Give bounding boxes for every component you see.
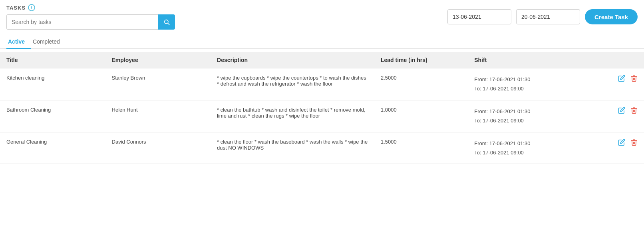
edit-icon[interactable] — [618, 140, 627, 148]
task-table: Title Employee Description Lead time (in… — [0, 52, 644, 164]
shift-from: From: 17-06-2021 01:30 — [474, 75, 590, 84]
date-to-input[interactable] — [516, 9, 580, 24]
cell-shift: From: 17-06-2021 01:30 To: 17-06-2021 09… — [468, 68, 596, 100]
tasks-title-row: TASKS i — [6, 4, 175, 11]
col-header-shift: Shift — [468, 52, 596, 68]
tab-active[interactable]: Active — [6, 35, 31, 49]
col-header-description: Description — [211, 52, 374, 68]
tasks-label: TASKS — [6, 5, 26, 11]
date-from-input[interactable] — [447, 9, 511, 24]
delete-icon[interactable] — [630, 108, 638, 116]
cell-title: Bathroom Cleaning — [0, 100, 105, 132]
table-row: Bathroom Cleaning Helen Hunt * clean the… — [0, 100, 644, 132]
cell-description: * clean the bathtub * wash and disinfect… — [211, 100, 374, 132]
edit-icon[interactable] — [618, 108, 627, 116]
search-input[interactable] — [6, 14, 158, 30]
create-task-button[interactable]: Create Task — [585, 9, 638, 24]
edit-icon[interactable] — [618, 76, 627, 84]
search-icon — [163, 19, 170, 25]
header-left: TASKS i — [6, 4, 175, 30]
col-header-employee: Employee — [105, 52, 211, 68]
search-row — [6, 14, 175, 30]
cell-employee: Stanley Brown — [105, 68, 211, 100]
shift-to: To: 17-06-2021 09:00 — [474, 148, 590, 157]
task-table-body: Kitchen cleaning Stanley Brown * wipe th… — [0, 68, 644, 164]
delete-icon[interactable] — [630, 140, 638, 148]
cell-lead-time: 1.5000 — [374, 132, 468, 164]
cell-lead-time: 2.5000 — [374, 68, 468, 100]
shift-to: To: 17-06-2021 09:00 — [474, 116, 590, 125]
delete-icon[interactable] — [630, 76, 638, 84]
cell-shift: From: 17-06-2021 01:30 To: 17-06-2021 09… — [468, 100, 596, 132]
shift-to: To: 17-06-2021 09:00 — [474, 84, 590, 93]
cell-title: Kitchen cleaning — [0, 68, 105, 100]
info-icon[interactable]: i — [28, 4, 35, 11]
cell-actions — [596, 132, 644, 164]
cell-lead-time: 1.0000 — [374, 100, 468, 132]
cell-actions — [596, 100, 644, 132]
cell-employee: Helen Hunt — [105, 100, 211, 132]
col-header-lead-time: Lead time (in hrs) — [374, 52, 468, 68]
shift-from: From: 17-06-2021 01:30 — [474, 107, 590, 116]
col-header-title: Title — [0, 52, 105, 68]
search-button[interactable] — [158, 14, 175, 30]
col-header-actions — [596, 52, 644, 68]
cell-description: * clean the floor * wash the baseboard *… — [211, 132, 374, 164]
svg-line-1 — [168, 23, 169, 25]
tabs-container: Active Completed — [0, 35, 644, 49]
table-row: General Cleaning David Connors * clean t… — [0, 132, 644, 164]
page-header: TASKS i Create Task — [0, 0, 644, 34]
cell-shift: From: 17-06-2021 01:30 To: 17-06-2021 09… — [468, 132, 596, 164]
tab-completed[interactable]: Completed — [31, 35, 66, 49]
header-row: Title Employee Description Lead time (in… — [0, 52, 644, 68]
cell-actions — [596, 68, 644, 100]
shift-from: From: 17-06-2021 01:30 — [474, 139, 590, 148]
cell-employee: David Connors — [105, 132, 211, 164]
cell-description: * wipe the cupboards * wipe the countert… — [211, 68, 374, 100]
table-header: Title Employee Description Lead time (in… — [0, 52, 644, 68]
table-row: Kitchen cleaning Stanley Brown * wipe th… — [0, 68, 644, 100]
cell-title: General Cleaning — [0, 132, 105, 164]
task-table-container: Title Employee Description Lead time (in… — [0, 52, 644, 164]
